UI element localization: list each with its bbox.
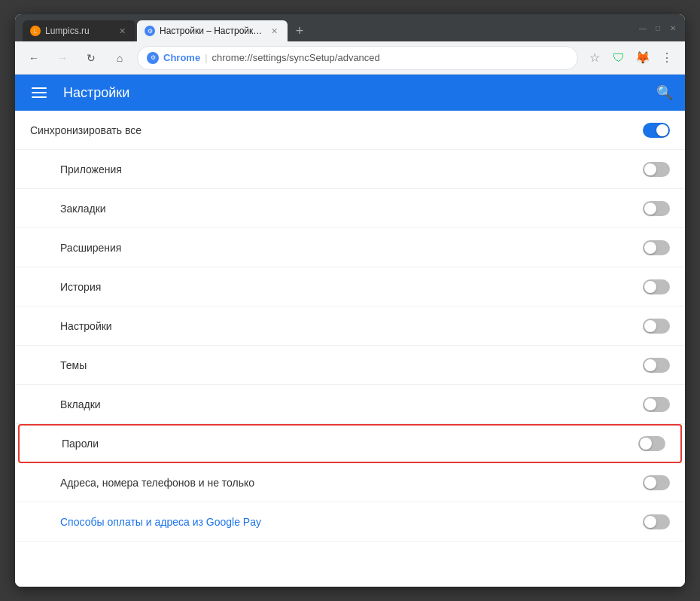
address-bar-favicon: ⚙ <box>147 52 159 64</box>
setting-label-themes: Темы <box>60 359 643 371</box>
setting-label-addresses: Адреса, номера телефонов и не только <box>60 477 643 489</box>
toggle-tabs[interactable] <box>643 397 670 412</box>
setting-label-apps: Приложения <box>60 163 643 175</box>
setting-item-apps: Приложения <box>15 150 685 189</box>
setting-item-themes: Темы <box>15 346 685 385</box>
setting-item-bookmarks: Закладки <box>15 189 685 228</box>
tab-settings-label: Настройки – Настройки синхро... <box>160 26 263 36</box>
toggle-addresses[interactable] <box>643 475 670 490</box>
toggle-passwords[interactable] <box>638 436 665 451</box>
setting-item-passwords: Пароли <box>18 424 682 463</box>
setting-item-tabs: Вкладки <box>15 385 685 424</box>
toggle-extensions[interactable] <box>643 240 670 255</box>
setting-item-settings: Настройки <box>15 307 685 346</box>
hamburger-menu-button[interactable] <box>27 81 51 105</box>
home-button[interactable]: ⌂ <box>108 47 131 69</box>
setting-item-sync-all: Синхронизировать все <box>15 111 685 150</box>
tab-settings[interactable]: ⚙ Настройки – Настройки синхро... ✕ <box>137 20 288 41</box>
toggle-settings[interactable] <box>643 319 670 334</box>
setting-label-settings: Настройки <box>60 320 643 332</box>
toggle-payments[interactable] <box>643 514 670 529</box>
forward-button[interactable]: → <box>51 47 74 69</box>
setting-item-addresses: Адреса, номера телефонов и не только <box>15 463 685 502</box>
setting-item-history: История <box>15 267 685 307</box>
tab-lumpics-close[interactable]: ✕ <box>116 25 128 37</box>
shield-button[interactable]: 🛡 <box>608 47 629 69</box>
url-prefix: chrome:// <box>212 52 253 63</box>
page-title: Настройки <box>63 85 129 101</box>
setting-label-history: История <box>60 281 643 293</box>
chrome-menu-button[interactable]: ⋮ <box>656 47 677 69</box>
setting-label-payments: Способы оплаты и адреса из Google Pay <box>60 516 643 528</box>
setting-label-bookmarks: Закладки <box>60 203 643 215</box>
url-path: settings/syncSetup/advanced <box>253 52 380 63</box>
navigation-bar: ← → ↻ ⌂ ⚙ Chrome | chrome://settings/syn… <box>15 41 685 75</box>
setting-label-tabs: Вкладки <box>60 398 643 410</box>
tab-lumpics[interactable]: L Lumpics.ru ✕ <box>23 20 135 41</box>
address-bar-separator: | <box>205 52 207 63</box>
settings-content: Синхронизировать все Приложения Закладки… <box>15 111 685 587</box>
setting-label-passwords: Пароли <box>62 438 638 450</box>
new-tab-button[interactable]: + <box>289 20 310 41</box>
toggle-themes[interactable] <box>643 358 670 373</box>
extension-button[interactable]: 🦊 <box>632 47 653 69</box>
toggle-apps[interactable] <box>643 162 670 177</box>
settings-favicon: ⚙ <box>145 26 155 36</box>
window-controls: — □ ✕ <box>631 14 685 41</box>
lumpics-favicon: L <box>30 26 41 36</box>
maximize-button[interactable]: □ <box>653 23 662 32</box>
browser-window: L Lumpics.ru ✕ ⚙ Настройки – Настройки с… <box>15 14 685 587</box>
page-header: Настройки 🔍 <box>15 75 685 111</box>
tabs-area: L Lumpics.ru ✕ ⚙ Настройки – Настройки с… <box>15 14 631 41</box>
back-button[interactable]: ← <box>23 47 45 69</box>
toggle-history[interactable] <box>643 279 670 294</box>
minimize-button[interactable]: — <box>638 23 647 32</box>
bookmark-star-button[interactable]: ☆ <box>584 47 605 69</box>
setting-label-extensions: Расширения <box>60 242 643 254</box>
search-button[interactable]: 🔍 <box>656 84 673 101</box>
toggle-bookmarks[interactable] <box>643 201 670 216</box>
close-button[interactable]: ✕ <box>668 23 677 32</box>
title-bar: L Lumpics.ru ✕ ⚙ Настройки – Настройки с… <box>15 14 685 41</box>
toggle-sync-all[interactable] <box>643 123 670 138</box>
tab-lumpics-label: Lumpics.ru <box>45 26 111 36</box>
settings-list: Синхронизировать все Приложения Закладки… <box>15 111 685 542</box>
setting-item-extensions: Расширения <box>15 228 685 267</box>
address-bar-url: chrome://settings/syncSetup/advanced <box>212 52 380 63</box>
nav-right-buttons: ☆ 🛡 🦊 ⋮ <box>584 47 677 69</box>
address-bar[interactable]: ⚙ Chrome | chrome://settings/syncSetup/a… <box>137 46 578 70</box>
tab-settings-close[interactable]: ✕ <box>268 25 280 37</box>
reload-button[interactable]: ↻ <box>80 47 102 69</box>
address-bar-brand: Chrome <box>163 52 200 63</box>
setting-item-payments: Способы оплаты и адреса из Google Pay <box>15 502 685 542</box>
content-area: Синхронизировать все Приложения Закладки… <box>15 111 685 587</box>
setting-label-sync-all: Синхронизировать все <box>30 124 643 136</box>
